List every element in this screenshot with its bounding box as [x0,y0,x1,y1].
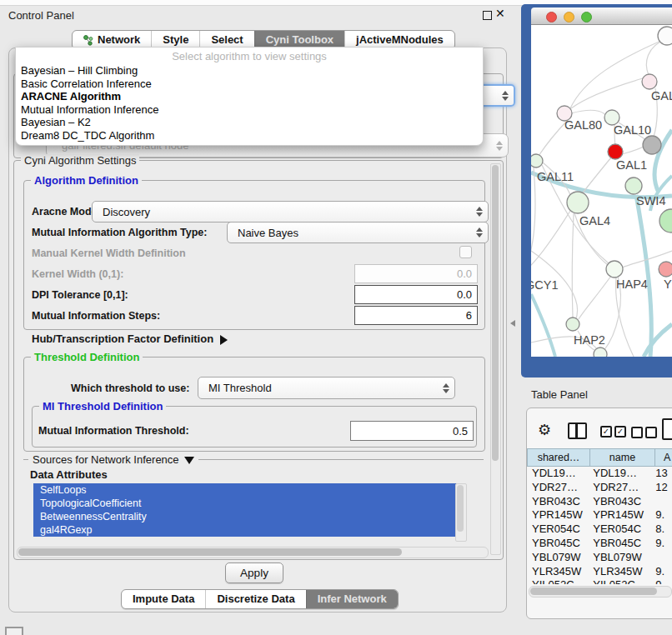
table-row[interactable]: YBR043CYBR043C [527,495,672,509]
unchecked-box-icon [645,427,657,438]
table-cell[interactable]: 9. [650,578,672,584]
table-cell[interactable]: YLR345W [588,565,650,579]
table-cell[interactable]: YBR045C [588,537,650,551]
tab-impute-data[interactable]: Impute Data [122,590,205,608]
float-panel-icon[interactable] [483,11,492,20]
table-cell[interactable]: YBR045C [527,537,588,551]
apply-button[interactable]: Apply [225,562,283,583]
table-row[interactable]: YER054CYER054C8. [527,522,672,537]
network-node[interactable] [567,192,589,213]
data-attribute-item[interactable]: BetweennessCentrality [33,510,465,523]
table-cell[interactable]: 12 [650,481,672,495]
algorithm-option[interactable]: Dream8 DC_TDC Algorithm [16,129,483,142]
column-header-third[interactable]: A [655,448,672,467]
table-cell[interactable]: YLR345W [527,565,588,579]
column-header-shared-name[interactable]: shared… [527,448,590,467]
table-row[interactable]: YIL052CYIL052C9. [527,578,672,584]
settings-horizontal-scrollbar-thumb[interactable] [18,548,402,556]
network-node[interactable] [642,74,657,89]
table-row[interactable]: YDR27…YDR27…12 [527,481,672,495]
table-horizontal-scrollbar-thumb[interactable] [530,588,657,595]
algorithm-option[interactable]: Mutual Information Inference [16,103,483,117]
table-row[interactable]: YDL19…YDL19…13 [527,467,672,481]
maximize-window-icon[interactable] [581,12,592,22]
network-window-titlebar[interactable] [531,8,672,25]
table-cell[interactable]: YBL079W [588,551,650,565]
hub-definition-label: Hub/Transcription Factor Definition [32,332,213,345]
settings-vertical-scrollbar-thumb[interactable] [492,165,499,461]
minimized-panel-icon[interactable] [5,627,23,635]
gear-icon[interactable]: ⚙ [538,422,551,438]
table-row[interactable]: YLR345WYLR345W9. [527,565,672,579]
mi-type-combo[interactable]: Naive Bayes [227,222,489,243]
column-header-name[interactable]: name [590,448,655,467]
algorithm-option[interactable]: Bayesian – K2 [16,116,483,129]
network-node[interactable] [594,348,607,357]
network-node[interactable] [643,136,661,154]
table-cell[interactable]: YDL19… [588,467,650,481]
control-panel-title: Control Panel [8,9,74,22]
table-cell[interactable]: 13 [650,467,672,481]
mi-steps-field[interactable]: 6 [354,306,478,325]
network-node[interactable] [608,144,623,159]
sources-toggle[interactable]: Sources for Network Inference [28,453,198,466]
table-cell[interactable]: YIL052C [588,578,650,584]
network-node[interactable] [531,154,543,168]
data-attribute-item[interactable]: gal4RGexp [33,523,465,537]
mi-threshold-field[interactable]: 0.5 [350,421,474,441]
table-cell[interactable]: YDR27… [527,481,588,495]
table-cell[interactable]: YER054C [527,522,588,537]
table-row[interactable]: YBL079WYBL079W [527,551,672,565]
close-window-icon[interactable] [546,12,557,22]
manual-kernel-checkbox[interactable] [459,246,472,258]
algorithm-option[interactable]: ARACNE Algorithm [16,90,483,103]
network-node[interactable] [659,262,672,277]
threshold-definition-title: Threshold Definition [31,351,143,363]
table-cell[interactable]: YIL052C [527,578,588,584]
data-attribute-item[interactable]: SelfLoops [33,483,465,497]
table-cell[interactable]: YPR145W [588,508,650,522]
network-node[interactable] [625,178,642,194]
algorithm-option-list: Bayesian – Hill ClimbingBasic Correlatio… [16,64,483,142]
table-cell[interactable]: 8. [650,522,672,537]
network-canvas[interactable]: GALGAL80GAL10GAL1GAL11SWI4GAL4HAP4YGCY1H… [531,25,672,357]
table-cell[interactable] [650,551,672,565]
table-row[interactable]: YBR045CYBR045C9. [527,537,672,551]
aracne-mode-combo[interactable]: Discovery [92,201,489,222]
tab-discretize-data[interactable]: Discretize Data [205,590,305,608]
deselect-all-icon[interactable] [631,427,657,438]
network-node[interactable] [659,209,672,232]
select-all-icon[interactable]: ✓✓ [600,426,626,438]
close-panel-icon[interactable]: ✕ [495,7,505,20]
table-cell[interactable] [650,495,672,509]
table-cell[interactable]: YBR043C [588,495,650,509]
checked-box-icon: ✓ [614,426,626,438]
table-row[interactable]: YPR145WYPR145W9. [527,508,672,522]
combo-stepper-icon [476,228,483,238]
table-cell[interactable]: YBL079W [527,551,588,565]
table-cell[interactable]: 9. [650,508,672,522]
table-cell[interactable]: YDL19… [527,467,588,481]
table-cell[interactable]: YPR145W [527,508,588,522]
which-threshold-combo[interactable]: MI Threshold [198,377,455,399]
data-attribute-item[interactable]: TopologicalCoefficient [33,497,465,510]
attributes-scrollbar-thumb[interactable] [457,485,464,532]
table-cell[interactable]: 9. [650,537,672,551]
tab-infer-network[interactable]: Infer Network [306,590,398,608]
network-node[interactable] [566,318,579,331]
table-cell[interactable]: YER054C [588,522,650,537]
kernel-width-field[interactable]: 0.0 [354,264,478,283]
panel-splitter-handle[interactable] [510,320,515,327]
table-cell[interactable]: YBR043C [527,495,588,509]
table-cell[interactable]: YDR27… [588,481,650,495]
network-node[interactable] [658,27,672,45]
split-columns-icon[interactable] [568,422,587,439]
minimize-window-icon[interactable] [564,12,574,22]
hub-definition-toggle[interactable]: Hub/Transcription Factor Definition [32,332,228,345]
algorithm-option[interactable]: Basic Correlation Inference [16,78,483,91]
dpi-tolerance-field[interactable]: 0.0 [354,285,478,304]
algorithm-option[interactable]: Bayesian – Hill Climbing [16,64,483,78]
table-doc-icon[interactable] [662,418,672,440]
network-node[interactable] [606,261,623,278]
table-cell[interactable]: 9. [650,565,672,579]
